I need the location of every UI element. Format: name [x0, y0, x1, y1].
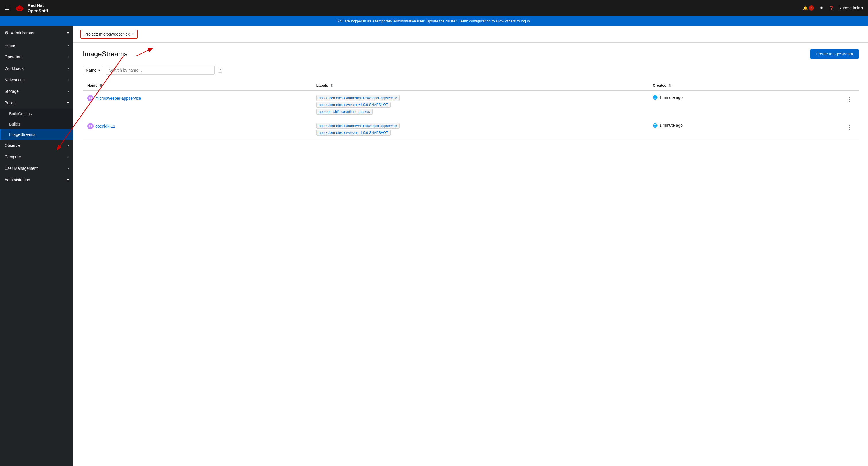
name-cell: ISopenjdk-11: [83, 119, 312, 140]
filter-type-chevron-icon: ▾: [98, 68, 100, 72]
sidebar-item-builds[interactable]: Builds ▾: [0, 97, 73, 109]
sidebar-item-home[interactable]: Home ›: [0, 40, 73, 51]
imagestream-link[interactable]: openjdk-11: [95, 124, 115, 128]
home-chevron-icon: ›: [68, 43, 69, 48]
kebab-menu-button[interactable]: ⋮: [844, 123, 854, 132]
perspective-chevron-icon: ▾: [67, 31, 69, 35]
builds-chevron-icon: ▾: [67, 101, 69, 105]
created-time: 1 minute ago: [659, 95, 683, 100]
globe-icon: 🌐: [653, 95, 658, 100]
info-banner: You are logged in as a temporary adminis…: [0, 16, 868, 26]
search-shortcut: /: [218, 67, 222, 73]
workloads-chevron-icon: ›: [68, 66, 69, 70]
oauth-config-link[interactable]: cluster OAuth configuration: [445, 19, 491, 23]
search-input[interactable]: [105, 65, 215, 75]
cog-icon: ⚙: [5, 30, 9, 36]
column-header-name[interactable]: Name ⇅: [83, 81, 312, 91]
filter-type-label: Name: [86, 68, 96, 72]
is-badge: IS: [87, 123, 94, 129]
actions-cell: ⋮: [790, 119, 859, 140]
sidebar-item-buildconfigs[interactable]: BuildConfigs: [0, 109, 73, 119]
filter-type-select[interactable]: Name ▾: [83, 66, 103, 75]
operators-chevron-icon: ›: [68, 55, 69, 59]
label-tag[interactable]: app.kubernetes.io/name=microsweeper-apps…: [316, 95, 400, 101]
label-tag[interactable]: app.kubernetes.io/name=microsweeper-apps…: [316, 123, 400, 129]
imagestreams-table: Name ⇅ Labels ⇅ Created ⇅: [83, 81, 859, 140]
redhat-logo-icon: [14, 3, 25, 13]
content-area: Project: microsweeper-ex ▾ ImageStreams …: [73, 26, 868, 466]
sidebar-item-administration-label: Administration: [5, 178, 30, 182]
help-button[interactable]: ❓: [829, 6, 834, 10]
label-tag[interactable]: app.kubernetes.io/version=1.0.0-SNAPSHOT: [316, 130, 391, 136]
name-sort-icon: ⇅: [100, 84, 102, 87]
administration-chevron-icon: ▾: [67, 178, 69, 182]
table-body: ISmicrosweeper-appserviceapp.kubernetes.…: [83, 91, 859, 140]
sidebar-item-user-management-label: User Management: [5, 166, 38, 171]
sidebar-item-home-label: Home: [5, 43, 15, 48]
table-header: Name ⇅ Labels ⇅ Created ⇅: [83, 81, 859, 91]
project-label: Project: microsweeper-ex: [84, 32, 130, 36]
sidebar-item-user-management[interactable]: User Management ›: [0, 163, 73, 174]
add-button[interactable]: ✚: [820, 6, 823, 10]
sidebar-item-storage-label: Storage: [5, 89, 19, 94]
user-menu[interactable]: kube:admin ▾: [840, 6, 863, 10]
project-selector[interactable]: Project: microsweeper-ex ▾: [81, 30, 138, 39]
sidebar-item-operators[interactable]: Operators ›: [0, 51, 73, 63]
sidebar-item-observe[interactable]: Observe ›: [0, 140, 73, 151]
sidebar-item-operators-label: Operators: [5, 55, 22, 59]
sidebar-item-networking-label: Networking: [5, 78, 25, 82]
table-row: ISopenjdk-11app.kubernetes.io/name=micro…: [83, 119, 859, 140]
table-row: ISmicrosweeper-appserviceapp.kubernetes.…: [83, 91, 859, 119]
perspective-switcher[interactable]: ⚙ Administrator ▾: [0, 26, 73, 40]
page-title: ImageStreams: [83, 50, 127, 58]
column-header-labels[interactable]: Labels ⇅: [312, 81, 648, 91]
labels-cell: app.kubernetes.io/name=microsweeper-apps…: [312, 119, 648, 140]
user-management-chevron-icon: ›: [68, 166, 69, 170]
page-header: ImageStreams Create ImageStream: [83, 50, 859, 59]
storage-chevron-icon: ›: [68, 89, 69, 93]
compute-chevron-icon: ›: [68, 155, 69, 159]
sidebar-item-networking[interactable]: Networking ›: [0, 74, 73, 86]
notification-bell[interactable]: 🔔 3: [803, 5, 814, 11]
sidebar-item-administration[interactable]: Administration ▾: [0, 174, 73, 185]
main-content: ImageStreams Create ImageStream Name ▾ /…: [73, 42, 868, 466]
label-tag[interactable]: app.openshift.io/runtime=quarkus: [316, 109, 373, 115]
create-imagestream-button[interactable]: Create ImageStream: [810, 50, 859, 59]
created-time: 1 minute ago: [659, 123, 683, 127]
name-cell: ISmicrosweeper-appservice: [83, 91, 312, 119]
notification-count: 3: [809, 5, 814, 11]
created-sort-icon: ⇅: [669, 84, 671, 87]
observe-chevron-icon: ›: [68, 143, 69, 147]
sidebar-item-builds-label: Builds: [5, 100, 16, 105]
sidebar-item-imagestreams[interactable]: ImageStreams: [0, 129, 73, 140]
created-cell: 🌐1 minute ago: [648, 91, 790, 119]
sidebar-item-compute[interactable]: Compute ›: [0, 151, 73, 163]
globe-icon: 🌐: [653, 123, 658, 127]
networking-chevron-icon: ›: [68, 78, 69, 82]
column-header-created[interactable]: Created ⇅: [648, 81, 790, 91]
hamburger-menu[interactable]: ☰: [5, 5, 10, 11]
svg-point-2: [18, 5, 21, 8]
created-cell: 🌐1 minute ago: [648, 119, 790, 140]
filter-bar: Name ▾ /: [83, 65, 859, 75]
brand-name: Red Hat OpenShift: [28, 3, 48, 14]
sidebar: ⚙ Administrator ▾ Home › Operators › Wor…: [0, 26, 73, 466]
perspective-label: Administrator: [11, 31, 34, 35]
labels-cell: app.kubernetes.io/name=microsweeper-apps…: [312, 91, 648, 119]
nav-actions: 🔔 3 ✚ ❓ kube:admin ▾: [803, 5, 863, 11]
kebab-menu-button[interactable]: ⋮: [844, 95, 854, 104]
actions-cell: ⋮: [790, 91, 859, 119]
sidebar-item-builds-sub[interactable]: Builds: [0, 119, 73, 129]
sidebar-item-observe-label: Observe: [5, 143, 20, 148]
project-chevron-icon: ▾: [132, 32, 134, 36]
sidebar-item-compute-label: Compute: [5, 154, 21, 159]
is-badge: IS: [87, 95, 94, 101]
imagestream-link[interactable]: microsweeper-appservice: [95, 96, 141, 100]
sidebar-item-storage[interactable]: Storage ›: [0, 86, 73, 97]
sidebar-item-workloads-label: Workloads: [5, 66, 24, 71]
label-tag[interactable]: app.kubernetes.io/version=1.0.0-SNAPSHOT: [316, 102, 391, 108]
brand-logo: Red Hat OpenShift: [14, 3, 48, 14]
top-navigation: ☰ Red Hat OpenShift 🔔 3 ✚ ❓ kube:admin ▾: [0, 0, 868, 16]
labels-sort-icon: ⇅: [330, 84, 333, 87]
sidebar-item-workloads[interactable]: Workloads ›: [0, 63, 73, 74]
